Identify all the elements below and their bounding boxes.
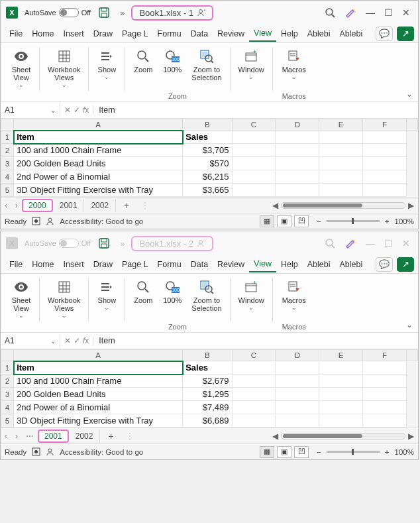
cell-E3[interactable] [319, 157, 363, 170]
col-header-E[interactable]: E [319, 350, 363, 361]
zoom-out-icon[interactable]: − [314, 448, 324, 456]
col-header-C[interactable]: C [232, 350, 276, 361]
maximize-icon[interactable]: ☐ [384, 238, 393, 249]
cell-E4[interactable] [319, 170, 363, 184]
cell-E4[interactable] [319, 401, 363, 414]
macros-button[interactable]: Macros⌄ [280, 47, 309, 82]
sheet-view-button[interactable]: SheetView⌄ [9, 278, 34, 320]
cell-F5[interactable] [363, 184, 407, 197]
collapse-ribbon-icon[interactable]: ⌄ [406, 320, 413, 329]
col-header-F[interactable]: F [363, 350, 407, 361]
row-header-5[interactable]: 5 [1, 184, 14, 197]
zoom-slider[interactable]: − + 100% [314, 448, 414, 456]
row-header-2[interactable]: 2 [1, 375, 14, 388]
menu-page l[interactable]: Page L [117, 27, 153, 41]
cell-A1[interactable]: Item [14, 361, 183, 375]
menu-help[interactable]: Help [276, 27, 303, 41]
col-header-F[interactable]: F [363, 119, 407, 131]
menu-review[interactable]: Review [213, 27, 249, 41]
sheet-view-button[interactable]: SheetView⌄ [9, 47, 34, 89]
col-header-A[interactable]: A [14, 119, 183, 131]
macro-record-icon[interactable] [32, 217, 40, 225]
tab-nav-prev-icon[interactable]: ‹ [1, 432, 11, 441]
cell-E1[interactable] [319, 361, 363, 375]
fx-accept-icon[interactable]: ✓ [74, 336, 80, 345]
cell-F1[interactable] [363, 361, 407, 375]
fx-accept-icon[interactable]: ✓ [74, 105, 80, 115]
menu-ablebi[interactable]: Ablebi [303, 257, 335, 272]
row-header-3[interactable]: 3 [1, 157, 14, 170]
minimize-icon[interactable]: — [366, 238, 375, 249]
cell-C2[interactable] [232, 144, 276, 157]
cell-C4[interactable] [232, 170, 276, 184]
cell-B3[interactable]: $570 [183, 157, 232, 170]
save-icon[interactable] [95, 235, 113, 251]
autosave-toggle[interactable]: AutoSave Off [25, 8, 91, 17]
cell-D5[interactable] [276, 414, 319, 428]
search-icon[interactable] [325, 8, 335, 18]
scroll-left-icon[interactable]: ◀ [272, 201, 278, 210]
cell-C3[interactable] [232, 157, 276, 170]
show-button[interactable]: Show⌄ [94, 278, 119, 312]
row-header-3[interactable]: 3 [1, 388, 14, 401]
view-page-layout-icon[interactable]: ▣ [277, 215, 291, 227]
scroll-right-icon[interactable]: ▶ [408, 201, 414, 210]
menu-data[interactable]: Data [186, 257, 213, 272]
zoom-out-icon[interactable]: − [314, 217, 324, 225]
col-header-E[interactable]: E [319, 119, 363, 131]
zoom-percent[interactable]: 100% [395, 217, 414, 225]
cell-D4[interactable] [276, 170, 319, 184]
accessibility-icon[interactable] [46, 217, 54, 225]
cell-A3[interactable]: 200 Golden Bead Units [14, 388, 183, 401]
cell-D3[interactable] [276, 157, 319, 170]
view-page-layout-icon[interactable]: ▣ [277, 446, 291, 458]
zoom-button[interactable]: Zoom [131, 278, 156, 306]
cell-A2[interactable]: 100 and 1000 Chain Frame [14, 144, 183, 157]
cell-B4[interactable]: $6,215 [183, 170, 232, 184]
name-box[interactable]: A1⌄ [1, 103, 60, 117]
col-header-B[interactable]: B [183, 350, 232, 361]
row-header-5[interactable]: 5 [1, 414, 14, 428]
cell-D2[interactable] [276, 375, 319, 388]
cell-B3[interactable]: $1,295 [183, 388, 232, 401]
zoom-in-icon[interactable]: + [382, 448, 392, 456]
cell-C1[interactable] [232, 361, 276, 375]
zoom-button[interactable]: Zoom [131, 47, 156, 75]
menu-ablebi[interactable]: Ablebi [335, 257, 367, 272]
col-header-D[interactable]: D [276, 119, 319, 131]
toggle-icon[interactable] [59, 239, 79, 248]
cell-E5[interactable] [319, 414, 363, 428]
worksheet-grid[interactable]: ABCDEF 1 Item Sales 2 100 and 1000 Chain… [1, 119, 418, 197]
cell-C5[interactable] [232, 414, 276, 428]
view-normal-icon[interactable]: ▦ [260, 446, 274, 458]
menu-ablebi[interactable]: Ablebi [335, 27, 367, 41]
scroll-right-icon[interactable]: ▶ [408, 432, 414, 441]
copilot-icon[interactable] [344, 7, 356, 19]
zoom-100-button[interactable]: 100100% [160, 278, 185, 306]
select-all[interactable] [1, 119, 14, 131]
comments-button[interactable]: 💬 [376, 257, 393, 272]
zoom-to-selection-button[interactable]: Zoom toSelection [189, 278, 224, 314]
sheet-tab-2001[interactable]: 2001 [38, 430, 69, 443]
qat-overflow-icon[interactable]: » [117, 239, 127, 249]
sheet-tab-2000[interactable]: 2000 [22, 199, 53, 212]
cell-F2[interactable] [363, 375, 407, 388]
fx-function-icon[interactable]: fx [83, 336, 89, 345]
col-header-D[interactable]: D [276, 350, 319, 361]
cell-D2[interactable] [276, 144, 319, 157]
cell-E1[interactable] [319, 131, 363, 144]
menu-draw[interactable]: Draw [89, 257, 117, 272]
search-icon[interactable] [325, 239, 335, 249]
fx-cancel-icon[interactable]: ✕ [64, 336, 71, 345]
cell-F3[interactable] [363, 388, 407, 401]
close-icon[interactable]: ✕ [402, 238, 410, 249]
share-person-icon[interactable]: + [197, 9, 205, 17]
cell-F4[interactable] [363, 401, 407, 414]
fx-cancel-icon[interactable]: ✕ [64, 105, 71, 115]
cell-A4[interactable]: 2nd Power of a Binomial [14, 170, 183, 184]
cell-A3[interactable]: 200 Golden Bead Units [14, 157, 183, 170]
zoom-to-selection-button[interactable]: Zoom toSelection [189, 47, 224, 83]
menu-file[interactable]: File [5, 27, 27, 41]
new-sheet-icon[interactable]: + [116, 200, 137, 211]
row-header-2[interactable]: 2 [1, 144, 14, 157]
